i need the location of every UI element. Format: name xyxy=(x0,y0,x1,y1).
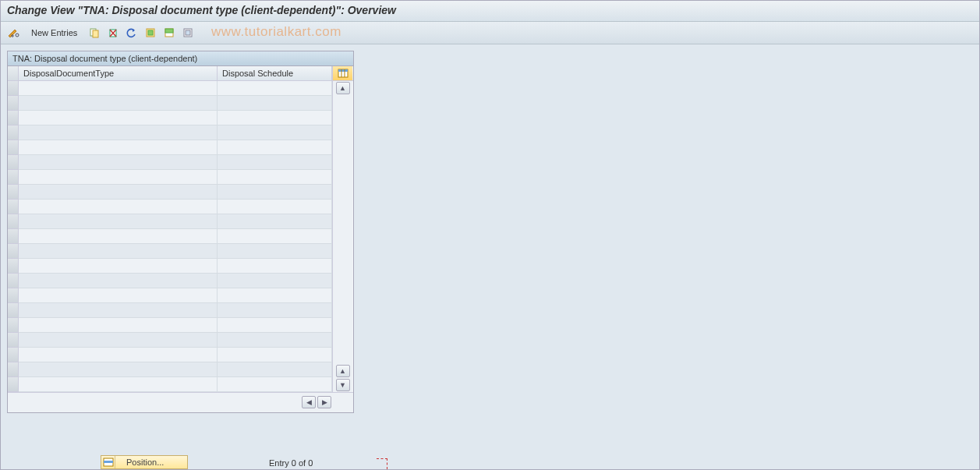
cell-disposaldocumenttype[interactable] xyxy=(19,214,218,229)
delete-button[interactable] xyxy=(104,25,122,41)
cell-disposaldocumenttype[interactable] xyxy=(19,362,218,377)
scroll-page-up-button[interactable]: ▲ xyxy=(336,365,350,377)
row-selector[interactable] xyxy=(8,303,19,318)
cell-disposal-schedule[interactable] xyxy=(218,185,332,200)
cell-disposaldocumenttype[interactable] xyxy=(19,200,218,214)
toggle-change-button[interactable] xyxy=(5,25,23,41)
cell-disposaldocumenttype[interactable] xyxy=(19,259,218,274)
cell-disposaldocumenttype[interactable] xyxy=(19,244,218,259)
row-selector[interactable] xyxy=(8,140,19,155)
copy-as-button[interactable] xyxy=(86,25,103,41)
table-row xyxy=(8,303,332,318)
cell-disposal-schedule[interactable] xyxy=(218,259,332,274)
cell-disposal-schedule[interactable] xyxy=(218,140,332,155)
cell-disposaldocumenttype[interactable] xyxy=(19,125,218,140)
cell-disposaldocumenttype[interactable] xyxy=(19,333,218,348)
cell-disposaldocumenttype[interactable] xyxy=(19,303,218,318)
cell-disposal-schedule[interactable] xyxy=(218,125,332,140)
triangle-up-icon: ▲ xyxy=(339,84,346,92)
table-row xyxy=(8,318,332,333)
row-selector[interactable] xyxy=(8,96,19,111)
table-row xyxy=(8,125,332,140)
cell-disposal-schedule[interactable] xyxy=(218,303,332,318)
scroll-left-button[interactable]: ◀ xyxy=(302,396,316,408)
cell-disposaldocumenttype[interactable] xyxy=(19,288,218,303)
cell-disposaldocumenttype[interactable] xyxy=(19,81,218,96)
undo-icon xyxy=(126,27,137,38)
cell-disposal-schedule[interactable] xyxy=(218,96,332,111)
column-header-disposal-schedule[interactable]: Disposal Schedule xyxy=(218,66,332,80)
select-all-corner[interactable] xyxy=(8,66,19,80)
cell-disposal-schedule[interactable] xyxy=(218,348,332,362)
entry-count-text: Entry 0 of 0 xyxy=(269,458,313,468)
select-all-button[interactable] xyxy=(142,25,159,41)
cell-disposal-schedule[interactable] xyxy=(218,362,332,377)
cell-disposaldocumenttype[interactable] xyxy=(19,318,218,333)
row-selector[interactable] xyxy=(8,244,19,259)
cell-disposal-schedule[interactable] xyxy=(218,214,332,229)
row-selector[interactable] xyxy=(8,155,19,170)
vertical-scrollbar[interactable]: ▲ ▲ ▼ xyxy=(332,81,352,392)
row-selector[interactable] xyxy=(8,229,19,244)
row-selector[interactable] xyxy=(8,81,19,96)
svg-rect-16 xyxy=(104,461,113,463)
select-block-button[interactable] xyxy=(161,25,178,41)
cell-disposaldocumenttype[interactable] xyxy=(19,155,218,170)
deselect-all-button[interactable] xyxy=(179,25,196,41)
row-selector[interactable] xyxy=(8,274,19,288)
svg-rect-6 xyxy=(148,30,153,35)
row-selector[interactable] xyxy=(8,125,19,140)
undo-button[interactable] xyxy=(123,25,140,41)
cell-disposal-schedule[interactable] xyxy=(218,377,332,392)
scroll-down-button[interactable]: ▼ xyxy=(336,379,350,391)
cell-disposal-schedule[interactable] xyxy=(218,244,332,259)
cell-disposal-schedule[interactable] xyxy=(218,81,332,96)
scroll-right-button[interactable]: ▶ xyxy=(317,396,331,408)
row-selector[interactable] xyxy=(8,185,19,200)
row-selector[interactable] xyxy=(8,288,19,303)
scroll-up-button[interactable]: ▲ xyxy=(336,82,350,94)
cell-disposal-schedule[interactable] xyxy=(218,170,332,185)
position-button[interactable]: Position... xyxy=(101,455,188,469)
cell-disposal-schedule[interactable] xyxy=(218,274,332,288)
row-selector[interactable] xyxy=(8,259,19,274)
table-row xyxy=(8,229,332,244)
row-selector[interactable] xyxy=(8,318,19,333)
horizontal-scrollbar[interactable]: ◀ ▶ xyxy=(8,392,353,412)
cell-disposaldocumenttype[interactable] xyxy=(19,377,218,392)
cell-disposal-schedule[interactable] xyxy=(218,288,332,303)
panel-title: TNA: Disposal document type (client-depe… xyxy=(8,51,353,66)
row-selector[interactable] xyxy=(8,214,19,229)
cell-disposal-schedule[interactable] xyxy=(218,318,332,333)
cell-disposaldocumenttype[interactable] xyxy=(19,96,218,111)
cell-disposaldocumenttype[interactable] xyxy=(19,140,218,155)
table-row xyxy=(8,333,332,348)
new-entries-button[interactable]: New Entries xyxy=(24,26,84,40)
table-row xyxy=(8,288,332,303)
cell-disposaldocumenttype[interactable] xyxy=(19,170,218,185)
svg-rect-3 xyxy=(93,30,98,37)
svg-rect-12 xyxy=(338,69,348,72)
column-header-disposaldocumenttype[interactable]: DisposalDocumentType xyxy=(19,66,218,80)
cell-disposaldocumenttype[interactable] xyxy=(19,185,218,200)
cell-disposal-schedule[interactable] xyxy=(218,229,332,244)
cell-disposal-schedule[interactable] xyxy=(218,333,332,348)
cell-disposaldocumenttype[interactable] xyxy=(19,348,218,362)
row-selector[interactable] xyxy=(8,111,19,125)
row-selector[interactable] xyxy=(8,377,19,392)
row-selector[interactable] xyxy=(8,333,19,348)
cell-disposaldocumenttype[interactable] xyxy=(19,274,218,288)
cell-disposal-schedule[interactable] xyxy=(218,200,332,214)
table-row xyxy=(8,274,332,288)
row-selector[interactable] xyxy=(8,170,19,185)
cell-disposaldocumenttype[interactable] xyxy=(19,229,218,244)
cell-disposal-schedule[interactable] xyxy=(218,155,332,170)
row-selector[interactable] xyxy=(8,348,19,362)
select-block-icon xyxy=(164,27,175,38)
table-settings-button[interactable] xyxy=(332,66,352,80)
cell-disposal-schedule[interactable] xyxy=(218,111,332,125)
cell-disposaldocumenttype[interactable] xyxy=(19,111,218,125)
row-selector[interactable] xyxy=(8,362,19,377)
row-selector[interactable] xyxy=(8,200,19,214)
triangle-right-icon: ▶ xyxy=(322,398,327,406)
